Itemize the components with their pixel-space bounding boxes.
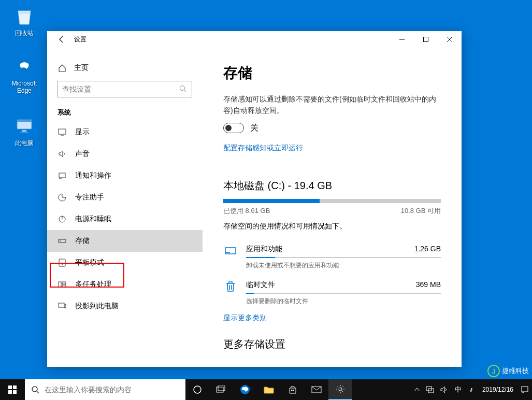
- svg-line-8: [184, 90, 186, 92]
- home-button[interactable]: 主页: [57, 58, 192, 81]
- sound-icon: [57, 149, 67, 159]
- page-title: 存储: [223, 63, 441, 83]
- watermark: J 捷维科技: [487, 365, 529, 377]
- apps-icon: [223, 245, 238, 259]
- settings-window: 设置 主页 系统 显示: [47, 31, 462, 367]
- svg-rect-4: [20, 132, 28, 133]
- close-button[interactable]: [438, 31, 462, 48]
- nav-notifications[interactable]: 通知和操作: [47, 165, 203, 187]
- main-content: 存储 存储感知可以通过删除不需要的文件(例如临时文件和回收站中的内容)自动释放空…: [203, 48, 462, 367]
- storage-item-name: 应用和功能: [246, 245, 282, 254]
- svg-rect-6: [424, 37, 428, 42]
- svg-rect-41: [522, 387, 528, 392]
- desktop-icon-this-pc[interactable]: 此电脑: [5, 115, 44, 148]
- search-input[interactable]: [62, 85, 179, 93]
- nav-label: 通知和操作: [75, 171, 111, 180]
- nav-display[interactable]: 显示: [47, 121, 203, 143]
- storage-item-sub: 卸载未使用或不想要的应用和功能: [246, 261, 441, 270]
- nav-project[interactable]: 投影到此电脑: [47, 295, 203, 317]
- svg-rect-18: [59, 282, 61, 287]
- nav-label: 电源和睡眠: [75, 215, 111, 224]
- storage-sense-toggle[interactable]: [223, 123, 244, 133]
- svg-rect-19: [62, 282, 66, 284]
- svg-point-17: [62, 264, 63, 265]
- nav-tablet-mode[interactable]: 平板模式: [47, 252, 203, 274]
- svg-rect-2: [17, 120, 32, 122]
- nav-storage[interactable]: 存储: [47, 230, 203, 252]
- taskbar-edge[interactable]: [233, 379, 257, 400]
- storage-sense-description: 存储感知可以通过删除不需要的文件(例如临时文件和回收站中的内容)自动释放空间。: [223, 93, 441, 117]
- desktop-icon-edge[interactable]: Microsoft Edge: [5, 56, 44, 94]
- minimize-button[interactable]: [390, 31, 414, 48]
- free-label: 10.8 GB 可用: [401, 206, 441, 216]
- taskbar-search-input[interactable]: [45, 385, 179, 394]
- watermark-icon: J: [487, 365, 500, 377]
- tray-datetime[interactable]: 2019/12/16: [478, 386, 517, 393]
- nav-label: 平板模式: [75, 258, 104, 267]
- used-label: 已使用 8.61 GB: [223, 206, 270, 216]
- search-box[interactable]: [57, 81, 192, 97]
- svg-rect-36: [293, 390, 295, 391]
- storage-item-size: 1.26 GB: [414, 245, 441, 254]
- nav-label: 多任务处理: [75, 280, 111, 289]
- svg-rect-27: [8, 390, 12, 394]
- tray-notifications-icon[interactable]: [517, 379, 532, 400]
- task-view-button[interactable]: [209, 379, 233, 400]
- project-icon: [57, 302, 67, 311]
- nav-focus-assist[interactable]: 专注助手: [47, 187, 203, 208]
- nav-label: 投影到此电脑: [75, 302, 119, 311]
- tray-date: 2019/12/16: [482, 386, 513, 393]
- taskbar-explorer[interactable]: [257, 379, 281, 400]
- taskbar-mail[interactable]: [305, 379, 328, 400]
- storage-item-apps[interactable]: 应用和功能 1.26 GB 卸载未使用或不想要的应用和功能: [223, 241, 441, 277]
- nav-sound[interactable]: 声音: [47, 143, 203, 165]
- show-more-categories-link[interactable]: 显示更多类别: [223, 313, 267, 323]
- more-storage-settings-heading: 更多存储设置: [223, 337, 441, 351]
- svg-rect-26: [13, 385, 17, 389]
- home-label: 主页: [74, 63, 89, 73]
- tray-network-icon[interactable]: [423, 379, 437, 400]
- tray-ime-mode[interactable]: ៛: [465, 386, 478, 394]
- nav-multitasking[interactable]: 多任务处理: [47, 274, 203, 295]
- desktop-icon-recycle-bin[interactable]: 回收站: [5, 5, 44, 38]
- notifications-icon: [57, 171, 67, 180]
- tray-ime-lang[interactable]: 中: [452, 385, 465, 394]
- tray-chevron-up-icon[interactable]: [411, 379, 423, 400]
- back-button[interactable]: [53, 31, 70, 48]
- svg-rect-20: [62, 285, 66, 287]
- taskbar-store[interactable]: [281, 379, 305, 400]
- window-title: 设置: [74, 35, 87, 44]
- trash-icon: [223, 280, 238, 295]
- configure-storage-sense-link[interactable]: 配置存储感知或立即运行: [223, 144, 303, 153]
- home-icon: [57, 63, 67, 73]
- taskbar-settings[interactable]: [328, 379, 352, 400]
- storage-item-temp[interactable]: 临时文件 369 MB 选择要删除的临时文件: [223, 277, 441, 313]
- nav-power-sleep[interactable]: 电源和睡眠: [47, 208, 203, 230]
- recycle-bin-icon: [13, 5, 35, 27]
- storage-item-size: 369 MB: [416, 280, 441, 290]
- cortana-button[interactable]: [185, 379, 209, 400]
- nav-label: 声音: [75, 149, 90, 159]
- svg-rect-3: [22, 130, 26, 132]
- svg-point-31: [194, 386, 201, 393]
- display-icon: [57, 127, 67, 137]
- watermark-text: 捷维科技: [502, 366, 529, 376]
- maximize-button[interactable]: [414, 31, 438, 48]
- svg-rect-32: [217, 387, 223, 392]
- title-bar: 设置: [47, 31, 462, 48]
- power-icon: [57, 215, 67, 224]
- svg-rect-35: [291, 390, 293, 391]
- svg-rect-23: [226, 252, 228, 253]
- svg-rect-9: [59, 129, 66, 134]
- tray-volume-icon[interactable]: [437, 379, 452, 400]
- taskbar-search[interactable]: [25, 379, 185, 400]
- svg-rect-11: [59, 173, 65, 178]
- svg-rect-33: [218, 385, 225, 391]
- disk-usage-bar: [223, 199, 441, 203]
- search-icon: [31, 385, 39, 394]
- start-button[interactable]: [0, 379, 25, 400]
- svg-rect-22: [225, 248, 236, 254]
- svg-rect-21: [59, 303, 64, 307]
- usage-description: 存储空间的使用情况和可用情况如下。: [223, 222, 441, 231]
- sidebar: 主页 系统 显示 声音 通知和操作: [47, 48, 203, 367]
